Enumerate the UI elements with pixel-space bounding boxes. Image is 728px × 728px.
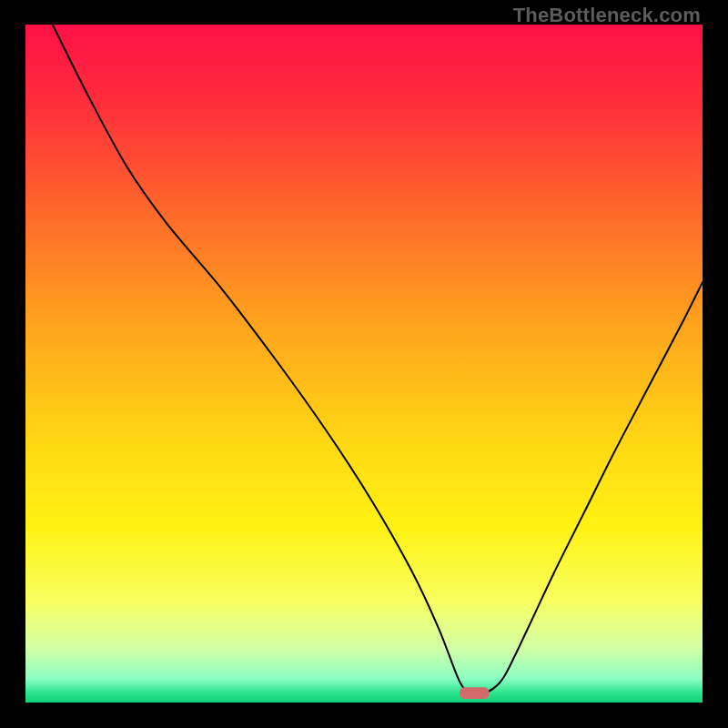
plot-area [25,25,703,703]
bottleneck-chart [25,25,703,703]
chart-background [25,25,703,703]
optimal-marker [460,687,489,699]
chart-container: TheBottleneck.com [0,0,728,728]
